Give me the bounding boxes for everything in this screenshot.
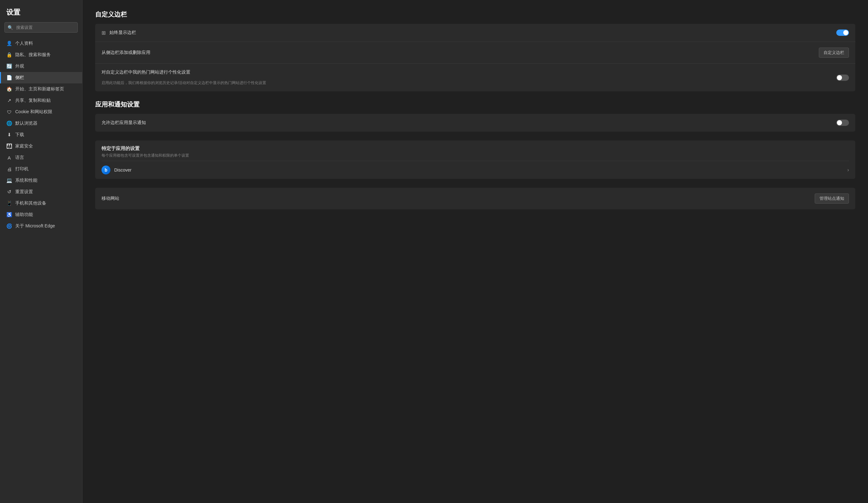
nav-icon-system: 💻 [6,178,12,183]
sidebar-item-system[interactable]: 💻 系统和性能 [0,175,82,186]
always-show-sidebar-toggle[interactable] [836,30,849,36]
nav-icon-newtab: 🏠 [6,86,12,92]
customize-sidebar-button[interactable]: 自定义边栏 [819,48,849,58]
sidebar-item-privacy[interactable]: 🔒 隐私、搜索和服务 [0,49,82,61]
nav-icon-language: A [6,155,12,160]
sidebar-item-about[interactable]: 🌀 关于 Microsoft Edge [0,220,82,232]
nav-label-newtab: 开始、主页和新建标签页 [15,86,64,92]
discover-label: Discover [114,167,844,172]
nav-label-appearance: 外观 [15,63,24,69]
nav-icon-family: 👨‍👩‍👧 [6,143,12,149]
section2-title: 应用和通知设置 [95,100,855,109]
section-app-notifications: 应用和通知设置 允许边栏应用显示通知 特定于应用的设置 每个应用都包含可设置并包… [95,100,855,209]
nav-label-printer: 打印机 [15,166,29,172]
sidebar-item-reset[interactable]: ↺ 重置设置 [0,186,82,198]
nav-label-system: 系统和性能 [15,178,38,183]
nav-icon-profile: 👤 [6,41,12,46]
search-box: 🔍 [4,22,78,33]
nav-label-browser: 默认浏览器 [15,120,38,126]
sidebar-panel-icon: ⊞ [102,30,106,36]
mobile-label: 移动网站 [102,196,119,201]
row-right: 自定义边栏 [819,48,849,58]
section1-title: 自定义边栏 [95,10,855,19]
sidebar-item-downloads[interactable]: ⬇ 下载 [0,129,82,140]
nav-icon-downloads: ⬇ [6,132,12,138]
nav-label-cookies: Cookie 和网站权限 [15,109,52,115]
section-customize-sidebar: 自定义边栏 ⊞ 始终显示边栏 从侧边栏添加或删除应用 自定义边栏 [95,10,855,91]
row-left: ⊞ 始终显示边栏 [102,30,836,36]
sidebar-item-browser[interactable]: 🌐 默认浏览器 [0,118,82,129]
row-left: 移动网站 [102,196,815,201]
nav-icon-share: ↗ [6,98,12,103]
nav-label-privacy: 隐私、搜索和服务 [15,52,51,58]
notifications-card: 允许边栏应用显示通知 [95,114,855,132]
add-remove-apps-row: 从侧边栏添加或删除应用 自定义边栏 [95,42,855,64]
app-settings-title: 特定于应用的设置 [102,146,849,151]
sidebar-item-sidebar[interactable]: 📄 侧栏 [0,72,82,83]
nav-icon-about: 🌀 [6,223,12,229]
sidebar-item-newtab[interactable]: 🏠 开始、主页和新建标签页 [0,83,82,95]
app-settings-header: 特定于应用的设置 每个应用都包含可设置并包含通知和权限的单个设置 [95,140,855,161]
nav-icon-mobile: 📱 [6,200,12,206]
nav-icon-printer: 🖨 [6,166,12,172]
sidebar-item-accessibility[interactable]: ♿ 辅助功能 [0,209,82,220]
sidebar-item-mobile[interactable]: 📱 手机和其他设备 [0,198,82,209]
nav-label-about: 关于 Microsoft Edge [15,223,55,229]
sidebar-item-printer[interactable]: 🖨 打印机 [0,163,82,175]
main-content: 自定义边栏 ⊞ 始终显示边栏 从侧边栏添加或删除应用 自定义边栏 [82,0,868,503]
sidebar-item-language[interactable]: A 语言 [0,152,82,163]
mobile-row: 移动网站 管理站点通知 [95,188,855,209]
allow-notifications-label: 允许边栏应用显示通知 [102,120,146,126]
manage-site-notifications-button[interactable]: 管理站点通知 [815,193,849,203]
search-icon: 🔍 [8,25,13,30]
sidebar-title: 设置 [0,8,82,22]
nav-icon-appearance: 🔄 [6,63,12,69]
mobile-card: 移动网站 管理站点通知 [95,188,855,209]
search-input[interactable] [4,22,78,33]
app-specific-card: 特定于应用的设置 每个应用都包含可设置并包含通知和权限的单个设置 b Disco… [95,140,855,179]
nav-label-family: 家庭安全 [15,143,33,149]
sidebar-item-cookies[interactable]: 🛡 Cookie 和网站权限 [0,106,82,118]
nav-icon-privacy: 🔒 [6,52,12,58]
personalize-toggle[interactable] [836,74,849,81]
nav-label-reset: 重置设置 [15,189,33,195]
sidebar-item-appearance[interactable]: 🔄 外观 [0,61,82,72]
sidebar-item-profile[interactable]: 👤 个人资料 [0,38,82,49]
nav-icon-browser: 🌐 [6,120,12,126]
nav-icon-accessibility: ♿ [6,212,12,218]
chevron-right-icon: › [847,167,849,173]
nav-label-share: 共享、复制和粘贴 [15,98,51,103]
section1-card: ⊞ 始终显示边栏 从侧边栏添加或删除应用 自定义边栏 对自定义边栏 [95,24,855,91]
allow-notifications-toggle[interactable] [836,119,849,126]
nav-label-downloads: 下载 [15,132,24,138]
row-right: 管理站点通知 [815,193,849,203]
app-settings-subtitle: 每个应用都包含可设置并包含通知和权限的单个设置 [102,153,849,158]
sidebar: 设置 🔍 👤 个人资料 🔒 隐私、搜索和服务 🔄 外观 📄 侧栏 🏠 开始、主页… [0,0,82,503]
row-right [836,74,849,81]
personalize-top-sites-row: 对自定义边栏中我的热门网站进行个性化设置 启用此功能后，我们将根据你的浏览历史记… [95,64,855,91]
always-show-sidebar-row: ⊞ 始终显示边栏 [95,24,855,42]
sidebar-item-share[interactable]: ↗ 共享、复制和粘贴 [0,95,82,106]
nav-icon-sidebar: 📄 [6,75,12,81]
discover-icon: b [102,166,111,175]
allow-notifications-row: 允许边栏应用显示通知 [95,114,855,132]
row-left: 允许边栏应用显示通知 [102,120,836,126]
add-remove-apps-label: 从侧边栏添加或删除应用 [102,50,151,55]
discover-row[interactable]: b Discover › [95,161,855,179]
row-right [836,30,849,36]
sidebar-nav: 👤 个人资料 🔒 隐私、搜索和服务 🔄 外观 📄 侧栏 🏠 开始、主页和新建标签… [0,38,82,232]
always-show-sidebar-label: 始终显示边栏 [110,30,136,35]
sidebar-item-family[interactable]: 👨‍👩‍👧 家庭安全 [0,140,82,152]
personalize-label: 对自定义边栏中我的热门网站进行个性化设置 [102,70,190,75]
nav-icon-cookies: 🛡 [6,109,12,115]
row-right [836,119,849,126]
personalize-sublabel: 启用此功能后，我们将根据你的浏览历史记录/活动对自定义边栏中显示的热门网站进行个… [102,80,266,86]
nav-icon-reset: ↺ [6,189,12,195]
nav-label-accessibility: 辅助功能 [15,212,33,218]
row-left: 从侧边栏添加或删除应用 [102,50,819,55]
nav-label-language: 语言 [15,155,24,160]
row-left: 对自定义边栏中我的热门网站进行个性化设置 启用此功能后，我们将根据你的浏览历史记… [102,70,830,86]
nav-label-profile: 个人资料 [15,41,33,46]
nav-label-mobile: 手机和其他设备 [15,200,46,206]
nav-label-sidebar: 侧栏 [15,75,24,81]
